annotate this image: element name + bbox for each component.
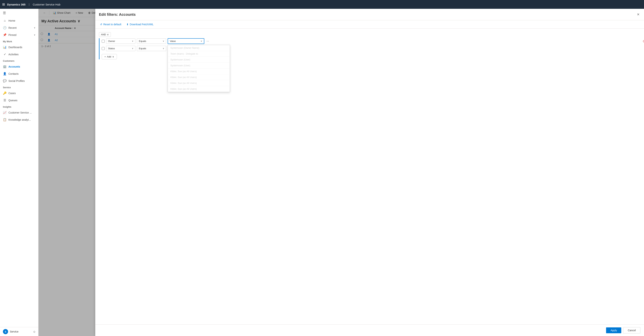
value-dropdown: Systemuser (Owner Name) Team (team) - De… [168, 45, 230, 92]
download-icon: ⬇ [126, 23, 128, 26]
recent-icon: 🕐 [3, 26, 6, 29]
sidebar-footer[interactable]: S Service ◇ [0, 327, 38, 336]
and-dropdown-arrow: ∨ [107, 33, 109, 36]
chevron-down-icon: ∨ [132, 40, 134, 42]
section-label-insights: Insights [0, 104, 38, 109]
section-label-service: Service [0, 84, 38, 89]
error-icon: ⊙ [643, 39, 644, 43]
filter-value-selector[interactable]: Value ∨ [168, 38, 204, 44]
dropdown-item-6[interactable]: Kibler, Sue (as All Users) [168, 80, 230, 86]
modal-body: AND ∨ Owner ∨ Equals ∨ [95, 28, 644, 325]
hamburger-button[interactable]: ☰ [0, 9, 38, 17]
chevron-down-icon: ∨ [163, 40, 164, 42]
sidebar-item-label: Queues [8, 99, 18, 102]
app-header: ⊞ Dynamics 365 | Customer Service Hub [0, 0, 644, 9]
dashboards-icon: 📊 [3, 45, 6, 49]
filter-more-button-1[interactable]: ··· [206, 39, 210, 43]
modal-close-button[interactable]: ✕ [636, 12, 640, 17]
sidebar-item-home[interactable]: ⌂ Home [0, 17, 38, 24]
reset-icon: ↺ [100, 23, 102, 26]
sidebar: ☰ ⌂ Home 🕐 Recent ∨ 📌 Pinned ∨ My Work 📊… [0, 9, 38, 336]
sidebar-item-label: Contacts [8, 72, 18, 75]
app-name: Dynamics 365 [7, 3, 26, 6]
sidebar-item-label: Social Profiles [8, 79, 25, 82]
filter-row-1-checkbox[interactable] [102, 40, 104, 43]
sidebar-footer-label: Service [10, 330, 18, 333]
sidebar-item-queues[interactable]: ☰ Queues [0, 97, 38, 104]
sidebar-item-contacts[interactable]: 👤 Contacts [0, 70, 38, 77]
waffle-icon[interactable]: ⊞ [2, 2, 5, 6]
queues-icon: ☰ [3, 98, 6, 102]
modal-footer: Apply Cancel [95, 325, 644, 336]
modal-title: Edit filters: Accounts [99, 12, 136, 17]
customer-service-icon: 📈 [3, 111, 6, 114]
sidebar-item-recent[interactable]: 🕐 Recent ∨ [0, 24, 38, 31]
expand-icon: ◇ [33, 330, 35, 333]
sidebar-item-label: Accounts [8, 65, 20, 68]
and-operator-badge[interactable]: AND ∨ [99, 32, 111, 37]
modal-overlay: Edit filters: Accounts ✕ ↺ Reset to defa… [38, 9, 644, 336]
dropdown-item-3[interactable]: Systemuser (User) [168, 63, 230, 68]
activities-icon: ✓ [3, 52, 6, 56]
cases-icon: 🔑 [3, 91, 6, 95]
header-divider: | [29, 3, 30, 6]
sidebar-item-label: Pinned [8, 33, 16, 36]
filter-modal: Edit filters: Accounts ✕ ↺ Reset to defa… [95, 9, 644, 336]
download-label: Download FetchXML [130, 23, 154, 26]
filter-row-2-checkbox[interactable] [102, 47, 104, 50]
download-fetchxml-button[interactable]: ⬇ Download FetchXML [125, 22, 155, 26]
dropdown-item-4[interactable]: Kibler, Sue (as All Users) [168, 68, 230, 74]
filter-row-1: Owner ∨ Equals ∨ Value ∨ S [102, 38, 640, 44]
home-icon: ⌂ [3, 19, 6, 22]
chevron-down-icon: ∨ [34, 34, 35, 36]
plus-icon: + [104, 55, 106, 58]
filter-operator-equals-1[interactable]: Equals ∨ [137, 38, 166, 44]
dropdown-item-2[interactable]: Systemuser (User) [168, 57, 230, 63]
filter-field-status[interactable]: Status ∨ [106, 46, 136, 51]
sidebar-item-label: Recent [8, 26, 16, 29]
value-select-container: Value ∨ Systemuser (Owner Name) Team (te… [168, 38, 204, 44]
sidebar-item-label: Cases [8, 92, 16, 95]
sidebar-item-cases[interactable]: 🔑 Cases [0, 89, 38, 97]
sidebar-item-label: Customer Service ... [8, 111, 32, 114]
add-condition-button[interactable]: + Add ∨ [102, 54, 117, 59]
reset-button[interactable]: ↺ Reset to default [99, 22, 122, 26]
reset-label: Reset to default [103, 23, 121, 26]
cancel-button[interactable]: Cancel [623, 327, 640, 334]
dropdown-item-1[interactable]: Team (team) - Delegate to [168, 51, 230, 57]
modal-actions-bar: ↺ Reset to default ⬇ Download FetchXML [95, 20, 644, 28]
sidebar-item-activities[interactable]: ✓ Activities [0, 51, 38, 58]
sidebar-item-label: Knowledge analyt... [8, 118, 31, 121]
avatar: S [3, 329, 8, 334]
hub-name: Customer Service Hub [33, 3, 60, 6]
error-indicator: ⊙ [643, 39, 644, 43]
sidebar-item-knowledge[interactable]: 📋 Knowledge analyt... [0, 116, 38, 123]
filter-operator-equals-2[interactable]: Equals ∨ [137, 46, 166, 51]
dropdown-item-5[interactable]: Kibler, Sue (as All Users) [168, 74, 230, 80]
modal-spacer [38, 9, 95, 336]
and-label: AND [101, 33, 106, 36]
filter-field-owner[interactable]: Owner ∨ [106, 38, 136, 44]
knowledge-icon: 📋 [3, 118, 6, 121]
sidebar-item-social-profiles[interactable]: 💬 Social Profiles [0, 77, 38, 84]
chevron-down-icon: ∨ [163, 47, 164, 50]
chevron-down-icon: ∨ [34, 26, 35, 29]
contacts-icon: 👤 [3, 72, 6, 75]
chevron-down-icon: ∨ [132, 47, 134, 50]
sidebar-item-label: Dashboards [8, 46, 22, 49]
chevron-down-icon: ∨ [200, 40, 202, 42]
dropdown-item-0[interactable]: Systemuser (Owner Name) [168, 45, 230, 51]
filter-group: Owner ∨ Equals ∨ Value ∨ S [99, 38, 640, 59]
sidebar-item-label: Home [8, 19, 15, 22]
apply-button[interactable]: Apply [606, 328, 621, 333]
section-label-customers: Customers [0, 58, 38, 63]
sidebar-item-customer-service[interactable]: 📈 Customer Service ... [0, 109, 38, 116]
social-profiles-icon: 💬 [3, 79, 6, 83]
dropdown-item-7[interactable]: Kibler, Sue (as All Users) [168, 86, 230, 92]
sidebar-item-pinned[interactable]: 📌 Pinned ∨ [0, 31, 38, 38]
sidebar-item-accounts[interactable]: 🏢 Accounts [0, 63, 38, 70]
add-dropdown-arrow: ∨ [112, 55, 114, 58]
sidebar-item-dashboards[interactable]: 📊 Dashboards [0, 43, 38, 51]
add-label: Add [107, 55, 111, 58]
accounts-icon: 🏢 [3, 65, 6, 68]
